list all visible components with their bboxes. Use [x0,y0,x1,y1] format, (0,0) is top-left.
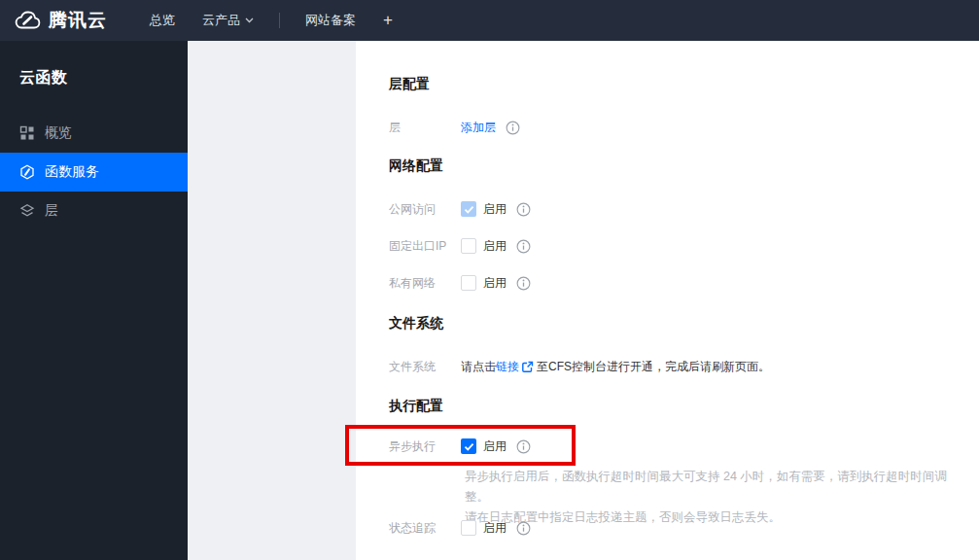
layer-row: 层 添加层 [389,118,520,137]
enable-label: 启用 [483,520,507,537]
section-title-execution-config: 执行配置 [389,398,443,415]
section-title-layer-config: 层配置 [389,76,430,93]
add-layer-link[interactable]: 添加层 [461,120,496,136]
enable-label: 启用 [483,438,507,455]
vpc-row: 私有网络 启用 [389,273,531,293]
section-title-file-system: 文件系统 [389,315,443,332]
sidebar-item-layers[interactable]: 层 [0,192,188,230]
secondary-panel [188,41,356,560]
file-system-text-after: 至CFS控制台进行开通，完成后请刷新页面。 [537,359,770,375]
topbar: 腾讯云 总览 云产品 网站备案 + [0,0,979,41]
status-tracking-row: 状态追踪 启用 [389,518,531,538]
field-label: 公网访问 [389,201,461,218]
field-label: 异步执行 [389,438,461,455]
sidebar-item-overview[interactable]: 概览 [0,114,188,153]
async-hint-line2: 请在日志配置中指定日志投递主题，否则会导致日志丢失。 [465,508,970,528]
nav-divider [279,13,280,28]
info-icon[interactable] [516,239,531,254]
brand-name: 腾讯云 [49,8,107,33]
enable-label: 启用 [483,275,507,292]
fixed-ip-checkbox[interactable] [461,238,476,254]
async-execution-checkbox[interactable] [461,438,476,454]
brand[interactable]: 腾讯云 [14,8,107,33]
sidebar-item-label: 概览 [45,124,72,142]
fixed-ip-row: 固定出口IP 启用 [389,236,531,256]
info-icon[interactable] [506,121,520,135]
enable-label: 启用 [483,238,507,255]
public-network-row: 公网访问 启用 [389,199,531,219]
section-title-network-config: 网络配置 [389,158,443,175]
function-icon [19,164,35,180]
main-content: 层配置 层 添加层 网络配置 公网访问 启用 固定出口IP 启用 [356,41,979,560]
sidebar-item-label: 层 [45,202,58,220]
field-label: 层 [389,120,461,136]
field-label: 固定出口IP [389,238,461,255]
async-execution-hint: 异步执行启用后，函数执行超时时间最大可支持 24 小时，如有需要，请到执行超时时… [465,467,970,528]
info-icon[interactable] [516,276,531,291]
tencent-cloud-logo-icon [14,10,43,31]
sidebar-title: 云函数 [0,41,188,88]
public-network-checkbox [461,201,476,217]
layers-icon [19,203,35,219]
add-tab-button[interactable]: + [383,11,393,30]
sidebar-menu: 概览 函数服务 层 [0,114,188,230]
file-system-row: 文件系统 请点击 链接 至CFS控制台进行开通，完成后请刷新页面。 [389,357,770,376]
file-system-text-before: 请点击 [461,359,496,375]
cfs-console-link[interactable]: 链接 [496,359,519,375]
enable-label: 启用 [483,201,507,218]
sidebar-item-function-service[interactable]: 函数服务 [0,153,188,192]
sidebar: 云函数 概览 [0,41,188,560]
chevron-down-icon [245,18,254,23]
top-navigation: 总览 云产品 网站备案 + [136,11,406,30]
nav-website-icp[interactable]: 网站备案 [305,12,356,29]
vpc-checkbox[interactable] [461,275,476,291]
grid-icon [19,125,35,141]
nav-overview[interactable]: 总览 [150,12,175,29]
field-label: 私有网络 [389,275,461,292]
info-icon[interactable] [516,439,531,454]
info-icon[interactable] [516,202,531,217]
async-execution-row: 异步执行 启用 [389,437,531,456]
nav-cloud-products[interactable]: 云产品 [202,12,254,29]
page: 腾讯云 总览 云产品 网站备案 + 云函数 [0,0,979,560]
info-icon[interactable] [516,521,531,536]
field-label: 状态追踪 [389,520,461,537]
sidebar-item-label: 函数服务 [45,163,99,181]
external-link-icon[interactable] [521,361,534,373]
async-hint-line1: 异步执行启用后，函数执行超时时间最大可支持 24 小时，如有需要，请到执行超时时… [465,467,970,508]
field-label: 文件系统 [389,359,461,375]
status-tracking-checkbox[interactable] [461,520,476,536]
nav-cloud-products-label: 云产品 [202,12,240,29]
